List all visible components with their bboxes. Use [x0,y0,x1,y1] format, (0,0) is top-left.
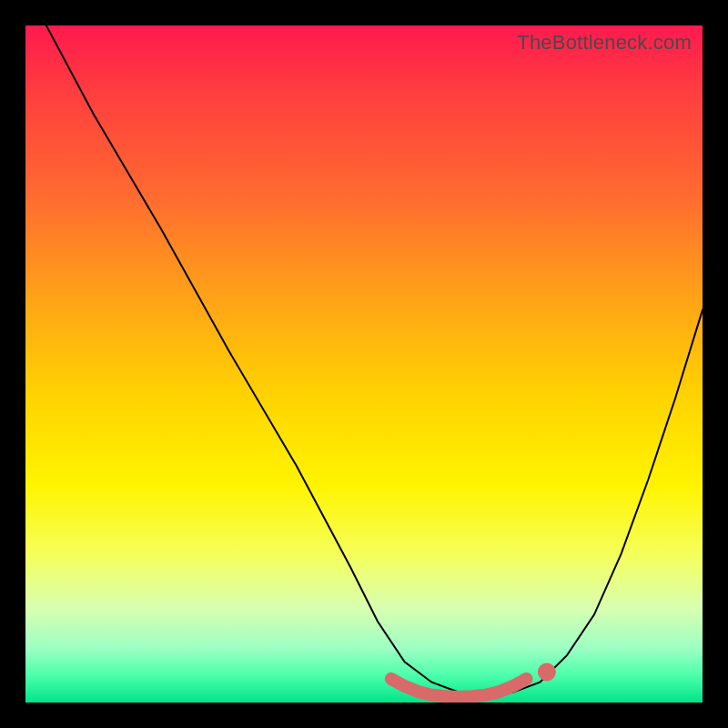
marker-flat-right [538,663,556,682]
flat-layer [391,679,527,697]
flat-region [391,679,527,697]
bottleneck-curve [39,25,703,696]
chart-frame: TheBottleneck.com [0,0,728,728]
marker-layer [538,663,556,682]
chart-plot-area: TheBottleneck.com [25,25,703,703]
chart-svg [25,25,703,703]
curve-layer [39,25,703,696]
